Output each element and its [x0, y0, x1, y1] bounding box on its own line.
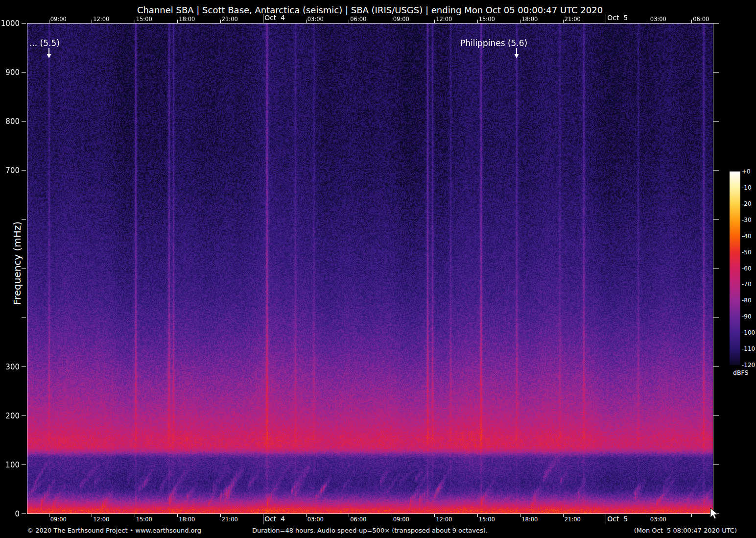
x-tick-bottom [306, 514, 307, 517]
colorbar-tick-label: -70 [742, 281, 752, 288]
x-tick-label-bottom: 15:00 [136, 516, 152, 523]
x-tick-label-bottom: 21:00 [222, 516, 238, 523]
x-tick-bottom [691, 514, 692, 517]
mouse-cursor-icon [709, 508, 720, 520]
x-tick-label-bottom: 03:00 [307, 516, 324, 523]
x-tick-bottom [606, 514, 606, 524]
y-tick-right [713, 465, 719, 465]
x-tick-top [392, 20, 392, 23]
colorbar-tick-label: -10 [742, 184, 752, 191]
x-tick-top [349, 20, 349, 23]
x-tick-label-bottom: 15:00 [479, 516, 495, 523]
x-tick-label-top: 03:00 [307, 16, 324, 23]
colorbar-tick-label: -80 [742, 297, 752, 304]
x-tick-label-top: Oct 4 [264, 14, 285, 22]
colorbar-tick-label: +0 [742, 168, 751, 175]
x-tick-bottom [135, 514, 135, 517]
x-tick-label-top: 09:00 [393, 16, 409, 23]
y-tick-label: 0 [0, 510, 20, 518]
x-tick-top [649, 20, 649, 23]
y-axis-label: Frequency (mHz) [11, 209, 23, 317]
x-tick-label-bottom: 09:00 [393, 516, 409, 523]
x-tick-label-top: 12:00 [436, 16, 452, 23]
colorbar-gradient [730, 171, 740, 365]
x-tick-bottom [177, 514, 178, 517]
y-tick-right [713, 219, 719, 220]
event-annotation-text: Philippines (5.6) [460, 38, 527, 48]
x-tick-label-bottom: 21:00 [565, 516, 581, 523]
event-annotation-text: ... (5.5) [29, 38, 60, 48]
down-arrow-icon [46, 48, 52, 59]
plot-border-left [27, 23, 27, 514]
x-tick-label-top: 15:00 [479, 16, 495, 23]
y-tick-label: 900 [0, 68, 20, 77]
colorbar-unit-label: dBFS [733, 369, 748, 376]
x-tick-top [520, 20, 520, 23]
x-tick-bottom [263, 514, 263, 524]
y-tick-right [713, 121, 719, 122]
y-tick-left [22, 72, 26, 73]
x-tick-label-top: Oct 5 [607, 14, 628, 22]
y-tick-label: 700 [0, 166, 20, 175]
y-tick-left [22, 121, 26, 122]
y-tick-label: 300 [0, 363, 20, 371]
y-tick-left [22, 269, 26, 269]
colorbar-tick-label: -20 [742, 200, 752, 207]
x-tick-bottom [349, 514, 349, 517]
x-tick-label-bottom: 09:00 [50, 516, 67, 523]
x-tick-label-top: 06:00 [350, 16, 366, 23]
x-tick-label-top: 12:00 [93, 16, 109, 23]
x-tick-top [306, 20, 307, 23]
y-tick-label: 1000 [0, 19, 20, 28]
x-tick-label-bottom: 18:00 [521, 516, 538, 523]
x-tick-label-top: 09:00 [50, 16, 67, 23]
y-tick-right [713, 367, 719, 367]
x-tick-label-top: 06:00 [693, 16, 709, 23]
x-tick-label-bottom: Oct 5 [607, 515, 628, 523]
x-tick-top [434, 20, 435, 23]
y-tick-label: 100 [0, 461, 20, 469]
x-tick-bottom [220, 514, 221, 517]
x-tick-top [477, 20, 478, 23]
y-tick-right [713, 23, 719, 24]
x-tick-top [606, 14, 606, 23]
x-tick-bottom [49, 514, 49, 517]
x-tick-bottom [649, 514, 649, 517]
colorbar-tick-label: -40 [742, 233, 752, 240]
x-tick-label-top: 15:00 [136, 16, 152, 23]
y-tick-left [22, 465, 26, 465]
x-tick-bottom [392, 514, 392, 517]
x-tick-top [691, 20, 692, 23]
y-tick-left [22, 23, 26, 24]
colorbar-tick-label: -60 [742, 265, 752, 272]
y-tick-left [22, 367, 26, 367]
colorbar-tick-label: -120 [742, 362, 755, 368]
x-tick-label-bottom: 12:00 [436, 516, 452, 523]
spectrogram-canvas [27, 23, 713, 514]
x-tick-bottom [477, 514, 478, 517]
x-tick-label-bottom: 06:00 [350, 516, 366, 523]
x-tick-label-bottom: 12:00 [93, 516, 109, 523]
y-tick-right [713, 269, 719, 269]
x-tick-bottom [92, 514, 92, 517]
x-tick-top [49, 20, 49, 23]
x-tick-bottom [563, 514, 564, 517]
colorbar-tick-label: -100 [742, 329, 755, 336]
x-tick-top [263, 14, 263, 23]
plot-border-top [27, 23, 713, 24]
y-tick-left [22, 514, 26, 514]
x-tick-label-top: 18:00 [179, 16, 195, 23]
y-tick-right [713, 318, 719, 318]
x-tick-label-bottom: 03:00 [650, 516, 666, 523]
colorbar-tick-label: -50 [742, 249, 752, 256]
x-tick-label-bottom: 18:00 [179, 516, 195, 523]
y-tick-left [22, 416, 26, 416]
x-tick-bottom [434, 514, 435, 517]
down-arrow-icon [514, 48, 520, 59]
x-tick-label-top: 21:00 [222, 16, 238, 23]
x-tick-top [135, 20, 135, 23]
y-tick-right [713, 416, 719, 416]
footer-timestamp: (Mon Oct 5 08:00:47 2020 UTC) [634, 527, 737, 534]
x-tick-top [220, 20, 221, 23]
colorbar-tick-label: -90 [742, 313, 752, 320]
